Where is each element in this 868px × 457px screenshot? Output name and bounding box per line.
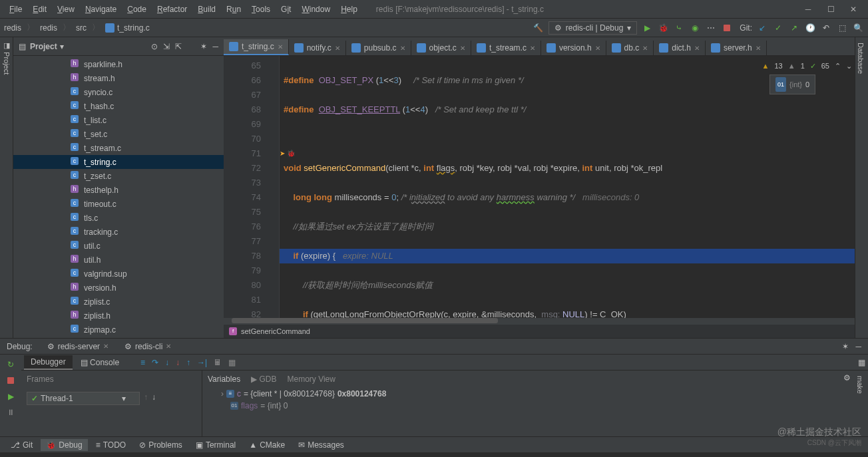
menu-tools[interactable]: Tools [246, 3, 276, 15]
tree-item[interactable]: t_set.c [13, 127, 224, 141]
gdb-tab[interactable]: ▶ GDB [251, 375, 276, 384]
settings-icon[interactable]: ✶ [842, 342, 849, 351]
expand-icon[interactable]: ⇲ [163, 42, 170, 51]
hide-icon[interactable]: ─ [855, 342, 861, 351]
menu-view[interactable]: View [52, 3, 80, 15]
layout-settings-icon[interactable]: ▦ [858, 358, 865, 367]
variables-tab[interactable]: Variables [208, 375, 240, 384]
menu-run[interactable]: Run [221, 3, 246, 15]
debug-tab-redis-server[interactable]: ⚙redis-server✕ [41, 341, 115, 353]
code-editor[interactable]: 6566676869707172737475767778798081828384… [224, 56, 855, 318]
minimize-icon[interactable]: ─ [803, 4, 813, 15]
menu-refactor[interactable]: Refactor [152, 3, 192, 15]
git-commit-icon[interactable]: ✓ [772, 22, 784, 34]
profile-button[interactable]: ◉ [689, 22, 701, 34]
editor-tab[interactable]: version.h✕ [541, 41, 606, 55]
tree-item[interactable]: t_zset.c [13, 169, 224, 183]
tree-item[interactable]: t_stream.c [13, 141, 224, 155]
editor-tab[interactable]: server.h✕ [706, 41, 767, 55]
menu-code[interactable]: Code [122, 3, 152, 15]
rerun-icon[interactable]: ↻ [5, 359, 17, 371]
show-exec-icon[interactable]: ≡ [140, 358, 145, 367]
chevron-down-icon[interactable]: ▾ [60, 42, 64, 51]
coverage-button[interactable]: ⤷ [673, 22, 685, 34]
tree-item[interactable]: ziplist.h [13, 309, 224, 323]
find-icon[interactable]: 🔍 [852, 22, 864, 34]
build-icon[interactable]: 🔨 [533, 22, 544, 34]
tree-item[interactable]: t_string.c [13, 155, 224, 169]
settings-icon[interactable]: ⚙ [843, 373, 851, 382]
crumb-1[interactable]: redis [36, 22, 61, 34]
step-over-icon[interactable]: ↷ [152, 358, 158, 367]
tree-item[interactable]: util.h [13, 253, 224, 267]
close-icon[interactable]: ✕ [460, 45, 465, 52]
menu-edit[interactable]: Edit [27, 3, 52, 15]
thread-select[interactable]: ✓ Thread-1 ▾ [27, 392, 140, 405]
editor-tab[interactable]: notify.c✕ [289, 41, 346, 55]
tree-item[interactable]: valgrind.sup [13, 267, 224, 281]
editor-tab[interactable]: db.c✕ [606, 41, 654, 55]
close-icon[interactable]: ✕ [694, 45, 700, 52]
project-tree[interactable]: sparkline.hstream.hsyncio.ct_hash.ct_lis… [13, 56, 224, 338]
hide-icon[interactable]: ─ [212, 42, 218, 51]
todo-status-button[interactable]: ≡TODO [91, 439, 131, 451]
evaluate-icon[interactable]: 🖩 [214, 358, 222, 367]
variable-row[interactable]: 01 flags = {int} 0 [208, 400, 849, 412]
git-update-icon[interactable]: ↙ [756, 22, 768, 34]
terminal-status-button[interactable]: ▣Terminal [190, 439, 241, 451]
crumb-file[interactable]: t_string.c [101, 22, 154, 34]
close-icon[interactable]: ✕ [278, 43, 283, 51]
close-icon[interactable]: ✕ [848, 4, 859, 15]
make-tool-tab[interactable]: make [855, 371, 865, 399]
expand-icon[interactable]: › [221, 389, 224, 398]
close-icon[interactable]: ✕ [400, 45, 405, 52]
variable-row[interactable]: › ≡ c = {client * | 0x800124768} 0x80012… [208, 388, 849, 400]
tree-item[interactable]: tracking.c [13, 225, 224, 239]
menu-help[interactable]: Help [335, 3, 363, 15]
tree-item[interactable]: timeout.c [13, 197, 224, 211]
editor-tab[interactable]: dict.h✕ [654, 41, 706, 55]
horizontal-scrollbar[interactable] [224, 318, 855, 325]
tree-item[interactable]: testhelp.h [13, 183, 224, 197]
inspection-bar[interactable]: ▲13 ▲1 ✓65 ⌃ ⌄ [762, 59, 852, 73]
debugger-tab[interactable]: Debugger [24, 355, 73, 370]
tree-item[interactable]: syncio.c [13, 85, 224, 99]
revert-icon[interactable]: ↶ [820, 22, 832, 34]
prev-frame-icon[interactable]: ↑ [144, 392, 148, 402]
close-icon[interactable]: ✕ [166, 343, 171, 350]
layout-icon[interactable]: ▦ [228, 358, 236, 367]
collapse-icon[interactable]: ⇱ [175, 42, 182, 51]
close-icon[interactable]: ✕ [642, 45, 648, 52]
tree-item[interactable]: sparkline.h [13, 57, 224, 71]
editor-tab[interactable]: t_string.c✕ [224, 39, 289, 55]
git-status-button[interactable]: ⎇Git [5, 439, 38, 451]
cmake-status-button[interactable]: ▲CMake [244, 439, 290, 451]
tree-item[interactable]: t_list.c [13, 113, 224, 127]
pause-icon[interactable]: ⏸ [5, 406, 17, 418]
tree-item[interactable]: ziplist.c [13, 295, 224, 309]
debug-button[interactable]: 🐞 [657, 22, 669, 34]
up-icon[interactable]: ⌃ [835, 59, 841, 73]
tree-item[interactable]: tls.c [13, 211, 224, 225]
close-icon[interactable]: ✕ [756, 45, 761, 52]
menu-window[interactable]: Window [296, 3, 335, 15]
run-button[interactable]: ▶ [641, 22, 653, 34]
project-tool-tab[interactable]: ◨ Project [1, 37, 13, 338]
menu-navigate[interactable]: Navigate [80, 3, 122, 15]
editor-tab[interactable]: pubsub.c✕ [346, 41, 411, 55]
maximize-icon[interactable]: ☐ [825, 4, 836, 15]
force-step-into-icon[interactable]: ↓ [176, 358, 180, 367]
history-icon[interactable]: 🕐 [804, 22, 816, 34]
step-into-icon[interactable]: ↓ [165, 358, 169, 367]
resume-icon[interactable]: ▶ [5, 390, 17, 402]
debug-status-button[interactable]: 🐞Debug [41, 439, 87, 451]
close-icon[interactable]: ✕ [335, 45, 340, 52]
step-out-icon[interactable]: ↑ [186, 358, 190, 367]
database-tool-tab[interactable]: Database [855, 37, 866, 79]
attach-button[interactable]: ⋯ [705, 22, 717, 34]
editor-tab[interactable]: t_stream.c✕ [471, 41, 541, 55]
stop-icon[interactable] [5, 375, 17, 386]
problems-status-button[interactable]: ⊘Problems [134, 439, 188, 451]
settings-icon[interactable]: ✶ [200, 42, 207, 51]
messages-status-button[interactable]: ✉Messages [293, 439, 349, 451]
